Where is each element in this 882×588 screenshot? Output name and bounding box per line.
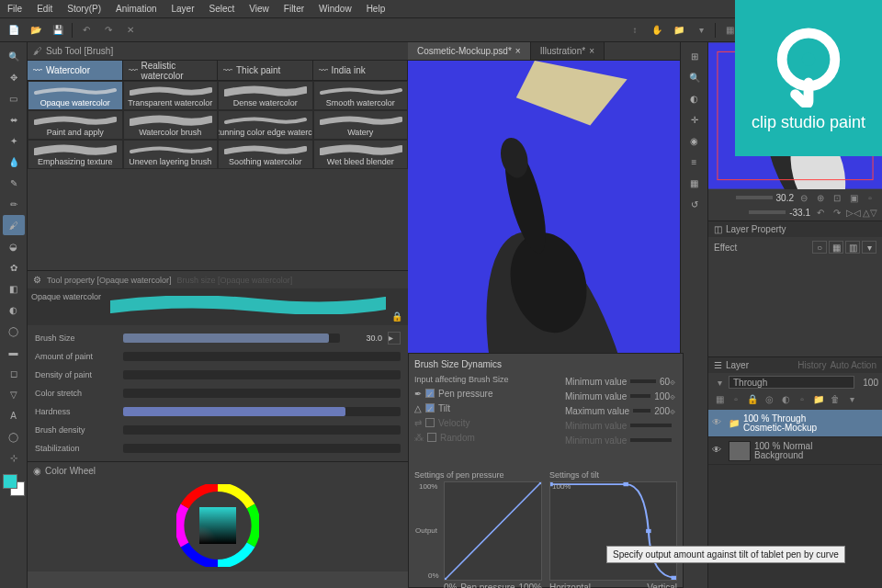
flip-v-icon[interactable]: △▽ bbox=[864, 206, 876, 219]
brush-item[interactable]: Smooth watercolor bbox=[313, 81, 409, 110]
move-tool-icon[interactable]: ✥ bbox=[3, 67, 25, 87]
effect-tone-icon[interactable]: ▦ bbox=[829, 241, 843, 254]
rotate-cw-icon[interactable]: ↷ bbox=[831, 206, 843, 219]
dyn-val-slider[interactable] bbox=[630, 379, 656, 383]
zoom-tool-icon[interactable]: 🔍 bbox=[3, 46, 25, 66]
rotate-slider[interactable] bbox=[749, 209, 786, 216]
effect-color-icon[interactable]: ▥ bbox=[845, 241, 860, 254]
search-icon[interactable]: 🔍 bbox=[684, 67, 706, 87]
new-folder-icon[interactable]: 📁 bbox=[811, 392, 826, 405]
hand-icon[interactable]: ✋ bbox=[647, 21, 667, 40]
rotate-ccw-icon[interactable]: ↶ bbox=[814, 206, 827, 219]
menu-file[interactable]: File bbox=[7, 4, 22, 14]
layer-move-icon[interactable]: ⬌ bbox=[3, 109, 25, 130]
color-icon[interactable]: ◉ bbox=[684, 130, 706, 151]
eyedropper-tool-icon[interactable]: 💧 bbox=[3, 152, 25, 172]
dyn-val-slider[interactable] bbox=[630, 394, 650, 398]
brush-item[interactable]: Wet bleed blender bbox=[313, 140, 409, 169]
dyn-val-slider[interactable] bbox=[630, 438, 672, 442]
visibility-icon[interactable]: 👁 bbox=[712, 417, 725, 430]
delete-layer-icon[interactable]: 🗑 bbox=[828, 392, 842, 405]
menu-edit[interactable]: Edit bbox=[37, 4, 52, 14]
cat-thick[interactable]: 〰Thick paint bbox=[218, 61, 313, 80]
fit-icon[interactable]: ↕ bbox=[625, 21, 645, 40]
prop-slider[interactable] bbox=[123, 444, 401, 453]
dyn-val-slider[interactable] bbox=[633, 409, 650, 413]
dot-icon[interactable]: ▫ bbox=[864, 191, 876, 204]
crosshair-icon[interactable]: ✛ bbox=[684, 109, 706, 130]
history-tab[interactable]: History bbox=[797, 360, 826, 370]
menu-layer[interactable]: Layer bbox=[172, 4, 195, 14]
mask-icon[interactable]: ◐ bbox=[778, 392, 793, 405]
brush-item[interactable]: Transparent watercolor bbox=[123, 81, 219, 110]
brush-item[interactable]: Uneven layering brush bbox=[123, 140, 219, 169]
menu-animation[interactable]: Animation bbox=[116, 4, 156, 14]
prop-slider[interactable] bbox=[123, 389, 401, 398]
effect-border-icon[interactable]: ○ bbox=[812, 241, 827, 254]
tone-icon[interactable]: ◐ bbox=[684, 88, 706, 108]
input-checkbox[interactable]: ✓ bbox=[425, 389, 435, 398]
prop-slider[interactable] bbox=[123, 334, 340, 343]
input-checkbox[interactable]: ✓ bbox=[425, 403, 435, 413]
clip-icon[interactable]: ▫ bbox=[729, 392, 743, 405]
ref-icon[interactable]: ◎ bbox=[762, 392, 776, 405]
figure-tool-icon[interactable]: ◻ bbox=[3, 363, 25, 383]
lock-icon[interactable]: 🔒 bbox=[391, 311, 402, 322]
brush-item[interactable]: Dense watercolor bbox=[218, 81, 313, 110]
new-layer-icon[interactable]: ▫ bbox=[795, 392, 809, 405]
layer-item[interactable]: 👁📁100 % ThroughCosmetic-Mockup bbox=[708, 410, 882, 437]
brushsize-tab[interactable]: Brush size [Opaque watercolor] bbox=[177, 276, 293, 285]
toolprop-tab[interactable]: Tool property [Opaque watercolor] bbox=[47, 276, 172, 285]
open-icon[interactable]: 📂 bbox=[26, 21, 46, 40]
text-tool-icon[interactable]: A bbox=[3, 405, 25, 425]
prop-slider[interactable] bbox=[123, 407, 401, 416]
undo-icon[interactable]: ↶ bbox=[76, 21, 96, 40]
tilt-graph[interactable]: Settings of tilt 100% HorizontalVertical bbox=[549, 470, 677, 588]
visibility-icon[interactable]: 👁 bbox=[712, 445, 725, 458]
prop-dynamics-button[interactable]: ▸ bbox=[388, 332, 401, 345]
brush-item[interactable]: Opaque watercolor bbox=[28, 81, 123, 110]
layer-item[interactable]: 👁100 % NormalBackground bbox=[708, 437, 882, 465]
save-icon[interactable]: 💾 bbox=[48, 21, 68, 40]
prop-slider[interactable] bbox=[123, 352, 401, 361]
decoration-tool-icon[interactable]: ✿ bbox=[3, 257, 25, 277]
clear-icon[interactable]: ✕ bbox=[120, 21, 141, 40]
fg-color[interactable] bbox=[3, 474, 17, 489]
operation-tool-icon[interactable]: ▭ bbox=[3, 88, 25, 108]
brush-item[interactable]: Emphasizing texture bbox=[28, 140, 123, 169]
zoom-out-icon[interactable]: ⊖ bbox=[797, 191, 810, 204]
fill-tool-icon[interactable]: ◯ bbox=[3, 321, 25, 341]
gradient-tool-icon[interactable]: ▬ bbox=[3, 342, 25, 362]
redo-icon[interactable]: ↷ bbox=[98, 21, 119, 40]
input-checkbox[interactable] bbox=[425, 418, 435, 427]
prop-slider[interactable] bbox=[123, 370, 401, 379]
close-icon[interactable]: × bbox=[589, 46, 594, 56]
canvas-tab-2[interactable]: Illustration*× bbox=[531, 42, 605, 60]
correct-tool-icon[interactable]: ⊹ bbox=[3, 447, 25, 468]
effect-chevron-icon[interactable]: ▾ bbox=[862, 241, 876, 254]
brush-tool-icon[interactable]: 🖌 bbox=[3, 215, 25, 235]
menu-help[interactable]: Help bbox=[367, 4, 386, 14]
pencil-tool-icon[interactable]: ✏ bbox=[3, 194, 25, 214]
menu-view[interactable]: View bbox=[249, 4, 269, 14]
slider-icon[interactable]: ≡ bbox=[684, 152, 706, 172]
history-icon[interactable]: ↺ bbox=[684, 194, 706, 214]
actual-icon[interactable]: ▣ bbox=[847, 191, 860, 204]
color-swatch[interactable] bbox=[3, 474, 25, 496]
merge-icon[interactable]: ▾ bbox=[844, 392, 859, 405]
brush-item[interactable]: Soothing watercolor bbox=[218, 140, 313, 169]
menu-select[interactable]: Select bbox=[209, 4, 235, 14]
cat-watercolor[interactable]: 〰Watercolor bbox=[28, 61, 123, 80]
menu-story[interactable]: Story(P) bbox=[67, 4, 101, 14]
brush-item[interactable]: Paint and apply bbox=[28, 110, 123, 140]
fit-icon[interactable]: ⊡ bbox=[831, 191, 843, 204]
figure2-tool-icon[interactable]: ▽ bbox=[3, 384, 25, 404]
dyn-val-slider[interactable] bbox=[630, 424, 672, 427]
nav-icon[interactable]: ⊞ bbox=[684, 46, 706, 66]
pressure-graph[interactable]: Settings of pen pressure 100% Output 0% … bbox=[414, 470, 542, 588]
palette-icon[interactable]: ▦ bbox=[684, 173, 706, 193]
blend-tool-icon[interactable]: ◐ bbox=[3, 300, 25, 320]
eraser-tool-icon[interactable]: ◧ bbox=[3, 278, 25, 299]
input-checkbox[interactable] bbox=[427, 433, 436, 442]
color-wheel[interactable] bbox=[28, 480, 408, 571]
